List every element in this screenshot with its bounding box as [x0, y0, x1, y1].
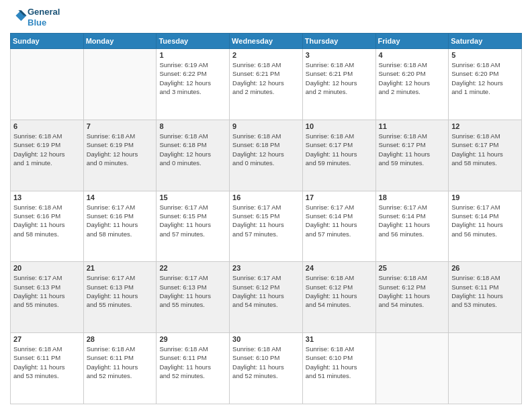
cell-info: Sunrise: 6:17 AM Sunset: 6:14 PM Dayligh… — [379, 203, 446, 238]
weekday-header-saturday: Saturday — [449, 34, 522, 49]
weekday-header-monday: Monday — [83, 34, 157, 49]
calendar-cell: 6Sunrise: 6:18 AM Sunset: 6:19 PM Daylig… — [11, 120, 84, 191]
day-number: 28 — [87, 335, 154, 343]
calendar-cell: 1Sunrise: 6:19 AM Sunset: 6:22 PM Daylig… — [157, 49, 230, 120]
cell-info: Sunrise: 6:18 AM Sunset: 6:11 PM Dayligh… — [451, 273, 519, 309]
calendar-cell — [449, 333, 522, 404]
calendar-row-2: 13Sunrise: 6:18 AM Sunset: 6:16 PM Dayli… — [11, 191, 522, 262]
calendar-cell: 3Sunrise: 6:18 AM Sunset: 6:21 PM Daylig… — [302, 49, 375, 120]
calendar-cell: 12Sunrise: 6:18 AM Sunset: 6:17 PM Dayli… — [449, 120, 522, 191]
day-number: 22 — [159, 264, 226, 272]
day-number: 16 — [232, 193, 300, 201]
calendar-cell: 5Sunrise: 6:18 AM Sunset: 6:20 PM Daylig… — [449, 49, 522, 120]
cell-info: Sunrise: 6:17 AM Sunset: 6:14 PM Dayligh… — [451, 203, 519, 238]
day-number: 25 — [379, 264, 446, 272]
cell-info: Sunrise: 6:17 AM Sunset: 6:15 PM Dayligh… — [159, 203, 226, 238]
weekday-header-tuesday: Tuesday — [157, 34, 230, 49]
day-number: 15 — [159, 193, 226, 201]
day-number: 29 — [159, 335, 226, 343]
cell-info: Sunrise: 6:18 AM Sunset: 6:17 PM Dayligh… — [306, 132, 373, 167]
cell-info: Sunrise: 6:18 AM Sunset: 6:20 PM Dayligh… — [451, 60, 519, 96]
day-number: 7 — [87, 122, 154, 130]
calendar-cell: 14Sunrise: 6:17 AM Sunset: 6:16 PM Dayli… — [83, 191, 157, 262]
day-number: 19 — [451, 193, 519, 201]
calendar-cell: 15Sunrise: 6:17 AM Sunset: 6:15 PM Dayli… — [157, 191, 230, 262]
calendar-cell: 18Sunrise: 6:17 AM Sunset: 6:14 PM Dayli… — [375, 191, 449, 262]
cell-info: Sunrise: 6:18 AM Sunset: 6:16 PM Dayligh… — [13, 203, 81, 238]
logo: General Blue — [10, 7, 60, 28]
cell-info: Sunrise: 6:18 AM Sunset: 6:21 PM Dayligh… — [306, 60, 373, 96]
calendar-cell: 27Sunrise: 6:18 AM Sunset: 6:11 PM Dayli… — [11, 333, 84, 404]
calendar-cell: 4Sunrise: 6:18 AM Sunset: 6:20 PM Daylig… — [375, 49, 449, 120]
page: General Blue SundayMondayTuesdayWednesda… — [0, 0, 532, 411]
day-number: 12 — [451, 122, 519, 130]
calendar-cell: 23Sunrise: 6:17 AM Sunset: 6:12 PM Dayli… — [230, 262, 303, 333]
day-number: 1 — [159, 51, 226, 59]
cell-info: Sunrise: 6:18 AM Sunset: 6:19 PM Dayligh… — [13, 132, 81, 167]
logo-icon — [11, 8, 28, 24]
day-number: 13 — [13, 193, 81, 201]
day-number: 14 — [87, 193, 154, 201]
cell-info: Sunrise: 6:18 AM Sunset: 6:12 PM Dayligh… — [379, 273, 446, 309]
calendar-row-1: 6Sunrise: 6:18 AM Sunset: 6:19 PM Daylig… — [11, 120, 522, 191]
calendar-cell: 25Sunrise: 6:18 AM Sunset: 6:12 PM Dayli… — [375, 262, 449, 333]
calendar-cell: 19Sunrise: 6:17 AM Sunset: 6:14 PM Dayli… — [449, 191, 522, 262]
day-number: 18 — [379, 193, 446, 201]
calendar-cell — [83, 49, 157, 120]
cell-info: Sunrise: 6:17 AM Sunset: 6:14 PM Dayligh… — [306, 203, 373, 238]
day-number: 6 — [13, 122, 81, 130]
calendar-cell: 8Sunrise: 6:18 AM Sunset: 6:18 PM Daylig… — [157, 120, 230, 191]
day-number: 4 — [379, 51, 446, 59]
day-number: 10 — [306, 122, 373, 130]
day-number: 20 — [13, 264, 81, 272]
cell-info: Sunrise: 6:18 AM Sunset: 6:20 PM Dayligh… — [379, 60, 446, 96]
day-number: 21 — [87, 264, 154, 272]
calendar-cell: 11Sunrise: 6:18 AM Sunset: 6:17 PM Dayli… — [375, 120, 449, 191]
weekday-header-row: SundayMondayTuesdayWednesdayThursdayFrid… — [11, 34, 522, 49]
calendar-cell: 22Sunrise: 6:17 AM Sunset: 6:13 PM Dayli… — [157, 262, 230, 333]
calendar-cell: 20Sunrise: 6:17 AM Sunset: 6:13 PM Dayli… — [11, 262, 84, 333]
calendar-cell — [375, 333, 449, 404]
calendar-cell: 29Sunrise: 6:18 AM Sunset: 6:11 PM Dayli… — [157, 333, 230, 404]
cell-info: Sunrise: 6:17 AM Sunset: 6:13 PM Dayligh… — [13, 273, 81, 309]
calendar-cell: 21Sunrise: 6:17 AM Sunset: 6:13 PM Dayli… — [83, 262, 157, 333]
calendar-row-0: 1Sunrise: 6:19 AM Sunset: 6:22 PM Daylig… — [11, 49, 522, 120]
calendar-cell: 9Sunrise: 6:18 AM Sunset: 6:18 PM Daylig… — [230, 120, 303, 191]
calendar-cell: 30Sunrise: 6:18 AM Sunset: 6:10 PM Dayli… — [230, 333, 303, 404]
day-number: 2 — [232, 51, 300, 59]
calendar-cell: 10Sunrise: 6:18 AM Sunset: 6:17 PM Dayli… — [302, 120, 375, 191]
day-number: 8 — [159, 122, 226, 130]
calendar-table: SundayMondayTuesdayWednesdayThursdayFrid… — [10, 33, 522, 404]
day-number: 26 — [451, 264, 519, 272]
weekday-header-friday: Friday — [375, 34, 449, 49]
calendar-cell: 26Sunrise: 6:18 AM Sunset: 6:11 PM Dayli… — [449, 262, 522, 333]
cell-info: Sunrise: 6:18 AM Sunset: 6:17 PM Dayligh… — [379, 132, 446, 167]
day-number: 17 — [306, 193, 373, 201]
cell-info: Sunrise: 6:17 AM Sunset: 6:12 PM Dayligh… — [232, 273, 300, 309]
calendar-cell — [11, 49, 84, 120]
logo-line1: General — [28, 7, 60, 17]
cell-info: Sunrise: 6:18 AM Sunset: 6:11 PM Dayligh… — [159, 345, 226, 380]
day-number: 23 — [232, 264, 300, 272]
cell-info: Sunrise: 6:18 AM Sunset: 6:18 PM Dayligh… — [159, 132, 226, 167]
cell-info: Sunrise: 6:17 AM Sunset: 6:16 PM Dayligh… — [87, 203, 154, 238]
calendar-cell: 16Sunrise: 6:17 AM Sunset: 6:15 PM Dayli… — [230, 191, 303, 262]
weekday-header-thursday: Thursday — [302, 34, 375, 49]
day-number: 9 — [232, 122, 300, 130]
cell-info: Sunrise: 6:18 AM Sunset: 6:21 PM Dayligh… — [232, 60, 300, 96]
cell-info: Sunrise: 6:18 AM Sunset: 6:10 PM Dayligh… — [306, 345, 373, 380]
calendar-cell: 24Sunrise: 6:18 AM Sunset: 6:12 PM Dayli… — [302, 262, 375, 333]
cell-info: Sunrise: 6:18 AM Sunset: 6:12 PM Dayligh… — [306, 273, 373, 309]
day-number: 27 — [13, 335, 81, 343]
day-number: 24 — [306, 264, 373, 272]
cell-info: Sunrise: 6:19 AM Sunset: 6:22 PM Dayligh… — [159, 60, 226, 96]
cell-info: Sunrise: 6:18 AM Sunset: 6:11 PM Dayligh… — [87, 345, 154, 380]
day-number: 31 — [306, 335, 373, 343]
calendar-cell: 2Sunrise: 6:18 AM Sunset: 6:21 PM Daylig… — [230, 49, 303, 120]
cell-info: Sunrise: 6:17 AM Sunset: 6:15 PM Dayligh… — [232, 203, 300, 238]
calendar-cell: 28Sunrise: 6:18 AM Sunset: 6:11 PM Dayli… — [83, 333, 157, 404]
weekday-header-wednesday: Wednesday — [230, 34, 303, 49]
cell-info: Sunrise: 6:18 AM Sunset: 6:18 PM Dayligh… — [232, 132, 300, 167]
day-number: 30 — [232, 335, 300, 343]
header: General Blue — [10, 7, 522, 28]
